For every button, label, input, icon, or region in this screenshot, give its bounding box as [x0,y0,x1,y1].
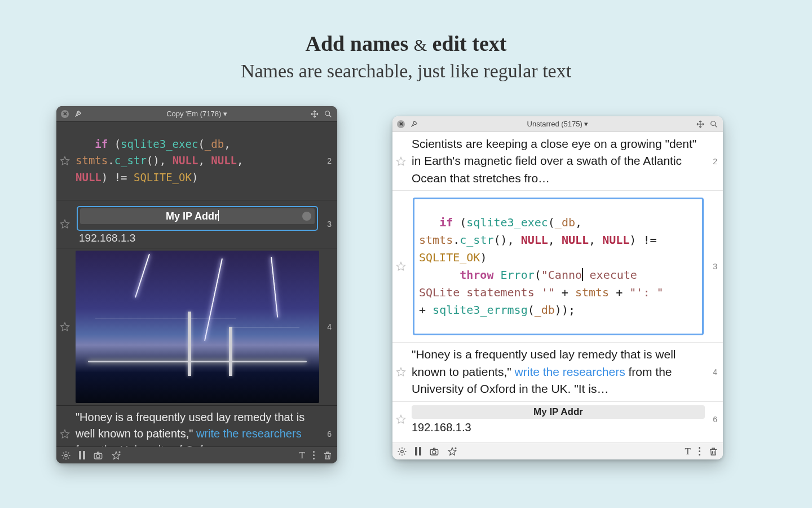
svg-point-3 [96,454,100,458]
move-icon[interactable] [310,110,319,119]
trash-icon[interactable] [323,450,333,461]
star-icon[interactable] [395,261,407,272]
clip-code-text: if (sqlite3_exec(_db, stmts.c_str(), NUL… [76,136,319,186]
svg-point-0 [325,111,330,115]
star-add-icon[interactable] [111,450,121,461]
gear-icon[interactable] [61,450,71,461]
text-editor[interactable]: if (sqlite3_exec(_db, stmts.c_str(), NUL… [413,198,704,335]
search-icon[interactable] [709,120,718,129]
star-icon[interactable] [59,321,70,332]
headline-sub: Names are searchable, just like regular … [0,60,812,82]
headline-main-right: edit text [433,32,507,55]
star-icon[interactable] [395,414,407,425]
more-icon[interactable] [699,447,700,456]
text-caret [218,210,219,221]
camera-icon[interactable] [93,450,103,461]
clip-row-named[interactable]: My IP Addr 192.168.1.3 6 [392,401,723,437]
clip-list[interactable]: Scientists are keeping a close eye on a … [392,132,723,443]
name-input-value: My IP Addr [166,211,218,222]
star-icon[interactable] [59,155,70,167]
star-icon[interactable] [395,156,407,167]
svg-point-5 [401,450,404,453]
name-input[interactable]: My IP Addr [80,208,315,224]
clip-row-code[interactable]: if (sqlite3_exec(_db, stmts.c_str(), NUL… [56,122,337,200]
clip-ip-text: 192.168.1.3 [412,421,705,434]
clip-text: "Honey is a frequently used lay remedy t… [76,409,319,446]
pause-icon[interactable] [415,447,421,456]
link-in-text[interactable]: write the researchers [196,427,302,440]
titlebar[interactable]: Copy 'Em (7178) ▾ [56,106,337,122]
clip-code-text: if (sqlite3_exec(_db, stmts.c_str(), NUL… [419,214,698,319]
close-icon[interactable] [397,120,405,128]
row-index: 6 [707,402,723,437]
clip-row-text[interactable]: Scientists are keeping a close eye on a … [392,132,723,190]
headline-main-left: Add names [306,32,409,55]
clip-row-code-editing[interactable]: if (sqlite3_exec(_db, stmts.c_str(), NUL… [392,190,723,342]
text-mode-icon[interactable]: T [299,450,305,461]
clip-text: "Honey is a frequently used lay remedy t… [412,346,705,397]
marketing-headline: Add names & edit text Names are searchab… [0,0,812,82]
window-title[interactable]: Copy 'Em (7178) ▾ [56,110,337,118]
clip-name-label: My IP Addr [412,405,705,419]
headline-ampersand: & [414,36,427,54]
more-icon[interactable] [313,451,315,459]
clip-window-light: Unstarred (5175) ▾ Scientists are keepin… [392,116,723,459]
clip-row-text[interactable]: "Honey is a frequently used lay remedy t… [392,342,723,401]
pin-icon[interactable] [409,120,418,129]
titlebar[interactable]: Unstarred (5175) ▾ [392,116,723,132]
name-editor[interactable]: My IP Addr [77,206,318,231]
row-index: 3 [707,191,723,342]
star-icon[interactable] [59,428,70,440]
toolbar-bottom: T [392,443,723,459]
pause-icon[interactable] [79,451,85,459]
clip-text: Scientists are keeping a close eye on a … [412,135,705,187]
link-in-text[interactable]: write the researchers [515,365,625,378]
trash-icon[interactable] [708,446,718,457]
svg-point-7 [433,450,436,454]
row-index: 3 [321,200,337,248]
row-index: 4 [321,248,337,405]
close-icon[interactable] [61,110,69,118]
star-icon[interactable] [59,218,70,230]
clip-list[interactable]: if (sqlite3_exec(_db, stmts.c_str(), NUL… [56,122,337,446]
clip-ip-text: 192.168.1.3 [76,231,319,244]
star-add-icon[interactable] [447,446,457,457]
row-index: 2 [707,132,723,190]
star-icon[interactable] [395,366,407,378]
camera-icon[interactable] [429,446,439,457]
clip-row-text[interactable]: "Honey is a frequently used lay remedy t… [56,405,337,446]
svg-point-1 [65,454,68,457]
row-index: 6 [321,406,337,446]
clip-row-image[interactable]: 4 [56,248,337,405]
pin-icon[interactable] [73,110,82,119]
clip-row-named[interactable]: My IP Addr 192.168.1.3 3 [56,200,337,248]
row-index: 2 [321,122,337,200]
gear-icon[interactable] [397,446,407,457]
search-icon[interactable] [324,110,333,119]
svg-point-4 [711,121,716,125]
text-mode-icon[interactable]: T [685,446,691,457]
clip-image-thumbnail [76,251,319,403]
row-index: 4 [707,343,723,401]
move-icon[interactable] [696,120,705,129]
clip-window-dark: Copy 'Em (7178) ▾ if (sqlite3_exec(_db, … [56,106,337,463]
window-title[interactable]: Unstarred (5175) ▾ [392,120,723,128]
toolbar-bottom: T [56,446,337,463]
